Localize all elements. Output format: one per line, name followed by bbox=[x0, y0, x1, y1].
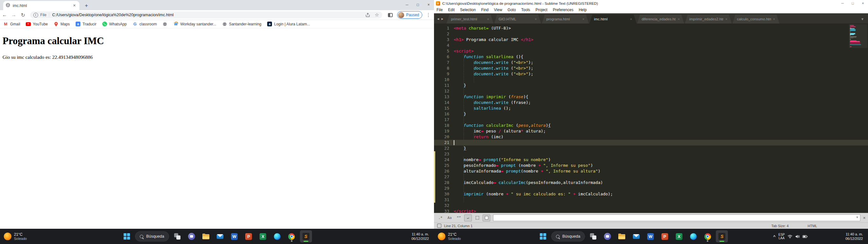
code-line-8[interactable]: 8 document.write ("<br>"); bbox=[434, 65, 868, 71]
wrap-toggle-icon[interactable]: ↵ bbox=[464, 214, 472, 221]
back-icon[interactable]: ← bbox=[0, 12, 9, 18]
code-line-14[interactable]: 14 document.write (frase); bbox=[434, 100, 868, 105]
code-line-9[interactable]: 9 document.write ("<br>"); bbox=[434, 71, 868, 77]
taskbar-chat-button[interactable] bbox=[186, 230, 197, 242]
taskbar-explorer-button[interactable] bbox=[616, 230, 628, 242]
taskbar-start-button[interactable] bbox=[537, 230, 549, 242]
maximize-icon[interactable]: □ bbox=[412, 0, 423, 9]
code-line-12[interactable]: 12 bbox=[434, 88, 868, 94]
menu-file[interactable]: File bbox=[437, 8, 442, 12]
code-line-13[interactable]: 13 function imprimir (frase){ bbox=[434, 94, 868, 100]
bookmark-youtube[interactable]: YouTube bbox=[26, 22, 48, 27]
menu-edit[interactable]: Edit bbox=[448, 8, 455, 12]
share-icon[interactable] bbox=[365, 13, 370, 17]
code-line-6[interactable]: 6 function saltarlinea (){ bbox=[434, 54, 868, 60]
url-text[interactable]: C:/Users/giova/Desktop/one/lógica%20de%2… bbox=[52, 13, 362, 17]
tab-size-indicator[interactable]: Tab Size: 4 bbox=[771, 224, 788, 228]
taskbar-mail-button[interactable] bbox=[214, 230, 226, 242]
code-line-17[interactable]: 17 bbox=[434, 117, 868, 123]
highlight-matches-toggle-icon[interactable] bbox=[483, 214, 490, 221]
browser-tab[interactable]: imc.html × bbox=[3, 1, 80, 10]
code-line-19[interactable]: 19 imc= peso / (altura* altura); bbox=[434, 128, 868, 134]
tab-close-icon[interactable]: × bbox=[773, 17, 775, 21]
bookmark-santander-learning[interactable]: Santander-learning bbox=[222, 22, 261, 27]
code-line-32[interactable]: 32 bbox=[434, 203, 868, 208]
taskbar-chat-button[interactable] bbox=[601, 230, 614, 242]
code-line-24[interactable]: 24 nombre= prompt("Informe su nombre") bbox=[434, 157, 868, 163]
taskbar-excel-button[interactable]: X bbox=[257, 230, 269, 242]
regex-toggle-icon[interactable]: .* bbox=[437, 214, 444, 221]
code-line-2[interactable]: 2 bbox=[434, 31, 868, 37]
code-line-31[interactable]: 31 bbox=[434, 197, 868, 203]
reload-icon[interactable]: ↻ bbox=[19, 12, 28, 18]
find-input[interactable]: ▼ bbox=[493, 214, 860, 221]
syntax-indicator[interactable]: HTML bbox=[808, 224, 817, 228]
minimize-icon[interactable]: ─ bbox=[402, 0, 412, 9]
code-line-30[interactable]: 30 imprimir (nombre + " su imc calculado… bbox=[434, 191, 868, 197]
hidden-icons-chevron[interactable]: ^ bbox=[773, 234, 776, 239]
minimize-icon[interactable]: ─ bbox=[837, 0, 848, 7]
taskbar-powerpoint-button[interactable]: P bbox=[659, 230, 671, 242]
taskbar-edge-button[interactable] bbox=[271, 230, 283, 242]
tab-close-icon[interactable]: × bbox=[725, 17, 727, 21]
taskbar-chrome-button[interactable] bbox=[702, 230, 714, 242]
code-line-28[interactable]: 28 imcCalculado= calcularImc(pesoInforma… bbox=[434, 180, 868, 186]
taskbar-sublime-button[interactable]: S bbox=[300, 230, 312, 242]
weather-widget[interactable]: 21°C Soleado bbox=[4, 232, 58, 241]
profile-button[interactable]: Paused bbox=[397, 11, 422, 19]
menu-goto[interactable]: Goto bbox=[508, 8, 516, 12]
editor-tab-imc-html[interactable]: imc.html× bbox=[589, 14, 637, 24]
taskbar-start-button[interactable] bbox=[121, 230, 133, 242]
code-line-18[interactable]: 18 function calcularImc (peso,altura){ bbox=[434, 123, 868, 128]
tab-close-icon[interactable]: × bbox=[582, 17, 584, 21]
taskbar-powerpoint-button[interactable]: P bbox=[243, 230, 255, 242]
code-line-21[interactable]: 21 bbox=[434, 140, 868, 146]
code-line-15[interactable]: 15 saltarlinea (); bbox=[434, 105, 868, 111]
battery-icon[interactable] bbox=[803, 235, 808, 238]
bookmark-star-icon[interactable]: ☆ bbox=[375, 12, 379, 18]
menu-preferences[interactable]: Preferences bbox=[553, 8, 574, 12]
tab-close-icon[interactable]: × bbox=[678, 17, 680, 21]
menu-tools[interactable]: Tools bbox=[521, 8, 530, 12]
bookmark-globe[interactable] bbox=[162, 22, 167, 27]
chrome-menu-icon[interactable]: ⋮ bbox=[426, 12, 431, 18]
taskbar-word-button[interactable]: W bbox=[228, 230, 241, 242]
code-editor[interactable]: 1<meta charset= (UTF-8)>23<h1> Programa … bbox=[434, 24, 868, 215]
tab-close-icon[interactable]: × bbox=[630, 17, 632, 21]
bookmark-classroom[interactable]: Gclassroom bbox=[132, 22, 157, 27]
minimap[interactable] bbox=[849, 24, 867, 48]
code-line-29[interactable]: 29 bbox=[434, 186, 868, 191]
code-line-23[interactable]: 23 bbox=[434, 151, 868, 157]
taskbar-explorer-button[interactable] bbox=[200, 230, 212, 242]
wifi-icon[interactable] bbox=[787, 235, 793, 239]
code-line-1[interactable]: 1<meta charset= (UTF-8)> bbox=[434, 25, 868, 31]
tab-close-icon[interactable]: × bbox=[72, 3, 77, 8]
menu-project[interactable]: Project bbox=[536, 8, 548, 12]
editor-tab-gio-html[interactable]: GIO.HTML× bbox=[494, 14, 541, 24]
menu-view[interactable]: View bbox=[494, 8, 502, 12]
close-icon[interactable]: × bbox=[423, 0, 434, 9]
code-line-11[interactable]: 11 } bbox=[434, 83, 868, 88]
code-line-20[interactable]: 20 return (imc) bbox=[434, 134, 868, 140]
volume-icon[interactable] bbox=[795, 235, 800, 239]
tab-close-icon[interactable]: × bbox=[535, 17, 537, 21]
close-icon[interactable]: × bbox=[858, 0, 868, 7]
editor-tab-programa-html[interactable]: programa.html× bbox=[542, 14, 589, 24]
menu-help[interactable]: Help bbox=[579, 8, 587, 12]
taskbar-clock[interactable]: 11:40 a. m. 06/12/2022 bbox=[809, 232, 863, 241]
address-bar[interactable]: i File C:/Users/giova/Desktop/one/lógica… bbox=[30, 11, 382, 19]
bookmark-traducir[interactable]: aTraducir bbox=[75, 22, 97, 27]
menu-selection[interactable]: Selection bbox=[460, 8, 476, 12]
editor-tab-imprimir-edades2-html[interactable]: imprimir_edades2.html× bbox=[685, 14, 732, 24]
find-history-icon[interactable]: ▼ bbox=[856, 216, 859, 219]
bookmark-login-alura-latam[interactable]: aLogin | Alura Latam... bbox=[267, 22, 310, 27]
bookmark-whatsapp[interactable]: WhatsApp bbox=[102, 22, 126, 27]
case-sensitive-toggle-icon[interactable]: Aa bbox=[446, 214, 454, 221]
taskbar-search-button[interactable]: Búsqueda bbox=[135, 230, 169, 242]
code-line-7[interactable]: 7 document.write ("<br>"); bbox=[434, 60, 868, 65]
bookmark-workday-santander[interactable]: WWorkday santander... bbox=[173, 22, 216, 27]
menu-find[interactable]: Find bbox=[481, 8, 488, 12]
taskbar-clock[interactable]: 11:40 a. m. 06/12/2022 bbox=[375, 232, 429, 241]
find-close-icon[interactable]: × bbox=[863, 215, 865, 220]
code-line-26[interactable]: 26 alturaInformada= prompt(nombre + ", I… bbox=[434, 169, 868, 174]
